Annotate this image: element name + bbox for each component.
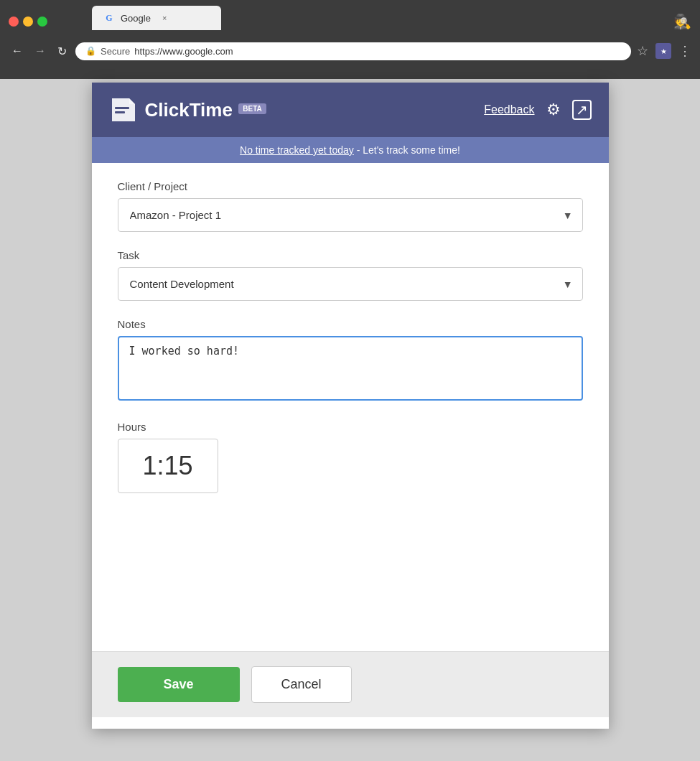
task-label: Task — [118, 249, 583, 261]
google-favicon: G — [103, 12, 115, 24]
logo-svg — [109, 95, 138, 124]
banner: No time tracked yet today - Let's track … — [92, 137, 609, 163]
form-area: Client / Project Amazon - Project 1 ▼ Ta… — [92, 163, 609, 651]
menu-icon[interactable]: ⋮ — [678, 43, 691, 59]
logo-wordmark: ClickTime — [145, 99, 233, 121]
minimize-button[interactable] — [23, 17, 33, 27]
svg-marker-1 — [129, 98, 135, 104]
extension-icon[interactable]: ★ — [655, 43, 671, 59]
banner-text: - Let's track some time! — [357, 144, 460, 156]
url-text: https://www.google.com — [134, 46, 233, 57]
spy-icon: 🕵 — [673, 13, 691, 30]
notes-textarea[interactable] — [118, 336, 583, 401]
client-project-group: Client / Project Amazon - Project 1 ▼ — [118, 180, 583, 232]
feedback-link[interactable]: Feedback — [484, 103, 534, 116]
tab-title: Google — [121, 13, 151, 24]
header-actions: Feedback ⚙ ↗ — [484, 100, 591, 120]
secure-label: Secure — [101, 46, 130, 57]
refresh-button[interactable]: ↻ — [55, 43, 70, 60]
toolbar-icons: ☆ ★ ⋮ — [637, 43, 691, 59]
task-select[interactable]: Content Development — [118, 267, 583, 301]
logo-text-area: ClickTime BETA — [145, 99, 266, 121]
client-project-wrapper: Amazon - Project 1 ▼ — [118, 198, 583, 232]
client-project-select[interactable]: Amazon - Project 1 — [118, 198, 583, 232]
logo-area: ClickTime BETA — [109, 95, 266, 124]
popup-wrapper: ClickTime BETA Feedback ⚙ ↗ No time trac… — [0, 79, 700, 729]
hours-label: Hours — [118, 421, 583, 433]
svg-rect-3 — [115, 111, 125, 113]
hours-display[interactable]: 1:15 — [118, 439, 218, 493]
forward-button[interactable]: → — [32, 43, 49, 59]
cancel-button[interactable]: Cancel — [251, 666, 352, 703]
tab-bar: G Google × — [92, 6, 293, 30]
beta-badge: BETA — [238, 103, 266, 114]
task-wrapper: Content Development ▼ — [118, 267, 583, 301]
star-icon[interactable]: ☆ — [637, 43, 648, 59]
external-link-icon[interactable]: ↗ — [572, 100, 592, 120]
hours-group: Hours 1:15 — [118, 421, 583, 493]
popup-header: ClickTime BETA Feedback ⚙ ↗ — [92, 83, 609, 137]
browser-chrome: 🕵 G Google × ← → ↻ 🔒 Secure https://www.… — [0, 0, 700, 79]
close-button[interactable] — [9, 17, 19, 27]
task-group: Task Content Development ▼ — [118, 249, 583, 301]
traffic-lights — [9, 17, 47, 27]
maximize-button[interactable] — [37, 17, 47, 27]
notes-group: Notes — [118, 318, 583, 403]
lock-icon: 🔒 — [85, 46, 96, 56]
popup-footer: Save Cancel — [92, 651, 609, 717]
client-project-label: Client / Project — [118, 180, 583, 192]
save-button[interactable]: Save — [118, 667, 240, 702]
notes-label: Notes — [118, 318, 583, 330]
title-bar: 🕵 G Google × — [0, 0, 700, 36]
back-button[interactable]: ← — [9, 43, 26, 59]
svg-rect-2 — [115, 107, 129, 109]
tab-close-button[interactable]: × — [162, 14, 167, 22]
url-bar[interactable]: 🔒 Secure https://www.google.com — [75, 42, 631, 60]
clicktime-popup: ClickTime BETA Feedback ⚙ ↗ No time trac… — [92, 83, 609, 729]
address-bar: ← → ↻ 🔒 Secure https://www.google.com ☆ … — [0, 36, 700, 66]
active-tab[interactable]: G Google × — [92, 6, 221, 30]
banner-link[interactable]: No time tracked yet today — [240, 144, 354, 156]
gear-icon[interactable]: ⚙ — [546, 101, 561, 119]
